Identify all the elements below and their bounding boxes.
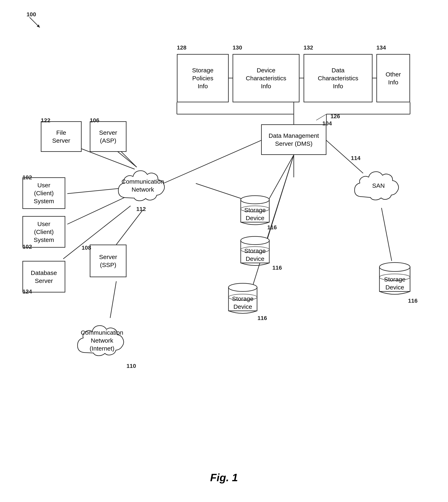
- comm-network-internet-cloud: Communication Network (Internet): [73, 314, 130, 367]
- ref-116d: 116: [408, 298, 418, 304]
- svg-line-23: [316, 114, 326, 120]
- ref-124: 124: [22, 289, 32, 295]
- ref-126: 126: [331, 113, 340, 120]
- diagram: 100 Storage Policies Info 128 Device Cha…: [0, 0, 448, 502]
- storage-device-4: Storage Device: [373, 261, 416, 300]
- svg-line-3: [163, 138, 265, 183]
- database-server-box: Database Server: [22, 261, 65, 292]
- arrow-100: [28, 15, 44, 31]
- ref-112: 112: [136, 206, 146, 212]
- svg-point-33: [228, 283, 257, 291]
- ref-110: 110: [127, 363, 136, 369]
- ref-116c: 116: [257, 315, 267, 321]
- database-server-label: Database Server: [31, 269, 57, 285]
- ref-132: 132: [304, 45, 313, 51]
- comm-network-label: Communication Network: [122, 178, 164, 193]
- ref-134: 134: [376, 45, 386, 51]
- ref-116b: 116: [272, 265, 282, 271]
- storage-device-2-label: Storage Device: [244, 247, 266, 263]
- storage-device-3-label: Storage Device: [232, 295, 253, 311]
- user-client-1-box: User (Client) System: [22, 177, 65, 209]
- dms-label: Data Management Server (DMS): [269, 132, 319, 148]
- file-server-label: File Server: [52, 129, 70, 145]
- ref-102a: 102: [22, 174, 32, 181]
- svg-line-16: [110, 281, 116, 318]
- ref-130: 130: [233, 45, 242, 51]
- storage-device-3: Storage Device: [222, 281, 263, 318]
- svg-point-36: [380, 262, 410, 272]
- san-cloud: SAN: [351, 161, 406, 210]
- storage-policies-info-box: Storage Policies Info: [177, 54, 229, 102]
- user-client-1-label: User (Client) System: [34, 181, 54, 205]
- ref-116a: 116: [267, 224, 277, 231]
- storage-device-2: Storage Device: [235, 234, 275, 269]
- storage-device-1: Storage Device: [235, 194, 275, 228]
- data-characteristics-info-label: Data Characteristics Info: [318, 66, 358, 90]
- device-characteristics-info-box: Device Characteristics Info: [233, 54, 300, 102]
- ref-104: 104: [322, 120, 332, 127]
- other-info-box: Other Info: [376, 54, 410, 102]
- device-characteristics-info-label: Device Characteristics Info: [246, 66, 286, 90]
- file-server-box: File Server: [41, 121, 82, 152]
- ref-128: 128: [177, 45, 187, 51]
- ref-106: 106: [90, 117, 99, 124]
- user-client-2-label: User (Client) System: [34, 220, 54, 244]
- ref-122: 122: [41, 117, 50, 124]
- dms-box: Data Management Server (DMS): [261, 124, 326, 155]
- user-client-2-box: User (Client) System: [22, 216, 65, 248]
- svg-point-30: [241, 236, 269, 244]
- san-label: SAN: [372, 182, 385, 190]
- comm-network-internet-label: Communication Network (Internet): [81, 329, 123, 352]
- data-characteristics-info-box: Data Characteristics Info: [304, 54, 372, 102]
- server-ssp-label: Server (SSP): [99, 253, 117, 269]
- storage-device-1-label: Storage Device: [244, 206, 266, 222]
- svg-line-9: [382, 208, 392, 261]
- ref-102b: 102: [22, 243, 32, 250]
- ref-114: 114: [351, 155, 360, 161]
- ref-108: 108: [82, 244, 91, 251]
- storage-device-4-label: Storage Device: [384, 275, 405, 291]
- other-info-label: Other Info: [385, 70, 401, 86]
- server-asp-box: Server (ASP): [90, 121, 127, 152]
- storage-policies-info-label: Storage Policies Info: [192, 66, 213, 90]
- server-asp-label: Server (ASP): [99, 129, 117, 145]
- figure-caption: Fig. 1: [210, 472, 238, 484]
- comm-network-cloud: Communication Network: [114, 159, 171, 212]
- svg-point-27: [241, 196, 269, 204]
- svg-line-15: [116, 210, 143, 244]
- server-ssp-box: Server (SSP): [90, 244, 127, 277]
